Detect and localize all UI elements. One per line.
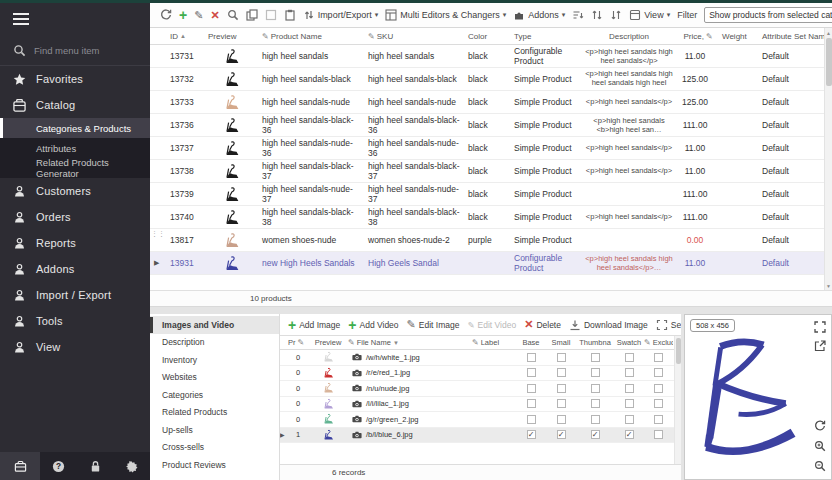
small-checkbox[interactable]	[557, 430, 566, 439]
column-header-description[interactable]: Description	[578, 32, 674, 41]
sidebar-subitem[interactable]: Categories & Products	[0, 118, 150, 138]
menu-toggle-button[interactable]	[0, 0, 150, 38]
product-row[interactable]: ▶ 13739 high heel sandals-nude-37 high h…	[150, 183, 832, 206]
detail-tab[interactable]: Images and Video	[150, 316, 279, 334]
column-header-price[interactable]: Price,✎	[674, 32, 716, 41]
add-image-button[interactable]: +Add Image	[288, 319, 340, 331]
column-header-swatch[interactable]: Swatch	[614, 338, 644, 347]
detail-tab[interactable]: Up-sells	[150, 421, 279, 439]
product-row[interactable]: ▶ 13731 high heel sandals high heel sand…	[150, 45, 832, 68]
small-checkbox[interactable]	[557, 399, 566, 408]
swatch-checkbox[interactable]	[625, 384, 634, 393]
product-row[interactable]: ▶ 13738 high heel sandals-black-37 high …	[150, 160, 832, 183]
detail-tab[interactable]: Product Reviews	[150, 456, 279, 474]
product-row[interactable]: ▶ 13740 high heel sandals-black-38 high …	[150, 206, 832, 229]
sidebar-item[interactable]: Tools	[0, 308, 150, 334]
sidebar-item[interactable]: Customers	[0, 178, 150, 204]
lock-button[interactable]	[77, 460, 114, 473]
sidebar-item-favorites[interactable]: Favorites	[0, 66, 150, 92]
image-row[interactable]: ▶ 0	[280, 381, 681, 397]
view-menu[interactable]: View▾	[629, 9, 670, 21]
thumbna-checkbox[interactable]	[591, 430, 600, 439]
thumbna-checkbox[interactable]	[591, 353, 600, 362]
edit-product-button[interactable]: ✎	[194, 9, 203, 22]
refresh-image-button[interactable]	[813, 419, 826, 432]
column-header-sku[interactable]: ✎SKU	[362, 32, 462, 41]
thumbna-checkbox[interactable]	[591, 415, 600, 424]
search-products-button[interactable]	[227, 9, 239, 21]
exclude-checkbox[interactable]	[654, 353, 663, 362]
expand-rows-button[interactable]	[591, 9, 603, 21]
column-header-attribute-set[interactable]: Attribute Set Name	[756, 32, 832, 41]
multi-editors-menu[interactable]: Multi Editors & Changers▾	[385, 9, 506, 21]
zoom-in-button[interactable]	[813, 439, 826, 452]
sidebar-item[interactable]: Orders	[0, 204, 150, 230]
addons-menu[interactable]: Addons▾	[513, 9, 565, 21]
column-header-file-name[interactable]: ✎File Name▼	[348, 338, 472, 347]
detail-tab[interactable]: Inventory	[150, 351, 279, 369]
thumbna-checkbox[interactable]	[591, 384, 600, 393]
swatch-checkbox[interactable]	[625, 353, 634, 362]
sidebar-item[interactable]: Import / Export	[0, 282, 150, 308]
column-header-id[interactable]: ID▲	[164, 32, 202, 41]
set-resize-rule-button[interactable]: Set Resize Rule	[656, 319, 681, 331]
image-row[interactable]: ▶ 0	[280, 397, 681, 413]
exclude-checkbox[interactable]	[654, 384, 663, 393]
detail-tab[interactable]: Cross-sells	[150, 439, 279, 457]
column-header-weight[interactable]: Weight	[716, 32, 756, 41]
edit-image-button[interactable]: ✎Edit Image	[407, 318, 460, 331]
swatch-checkbox[interactable]	[625, 399, 634, 408]
images-scrollbar[interactable]	[674, 336, 681, 464]
small-checkbox[interactable]	[557, 353, 566, 362]
copy-button[interactable]	[246, 9, 258, 21]
scrollbar-thumb[interactable]	[676, 338, 681, 364]
download-image-button[interactable]: Download Image	[569, 319, 648, 331]
help-button[interactable]: ?	[40, 460, 77, 473]
sidebar-item[interactable]: Addons	[0, 256, 150, 282]
product-row[interactable]: ▶ 13931 new High Heels Sandals High Geel…	[150, 252, 832, 275]
products-scrollbar[interactable]: ▲ ▼	[824, 28, 832, 290]
add-product-button[interactable]: +	[179, 9, 187, 21]
column-header-thumbna[interactable]: Thumbna	[576, 338, 614, 347]
scroll-up-arrow[interactable]: ▲	[825, 28, 832, 37]
collapse-rows-button[interactable]	[610, 9, 622, 21]
base-checkbox[interactable]	[527, 399, 536, 408]
exclude-checkbox[interactable]	[654, 399, 663, 408]
thumbna-checkbox[interactable]	[591, 399, 600, 408]
product-row[interactable]: ▶ 13817 women shoes-nude women shoes-nud…	[150, 229, 832, 252]
store-button[interactable]	[0, 452, 40, 480]
image-row[interactable]: ▶ 0	[280, 366, 681, 382]
sort-az-button[interactable]	[572, 9, 584, 21]
small-checkbox[interactable]	[557, 415, 566, 424]
detail-tab[interactable]: Categories	[150, 386, 279, 404]
swatch-checkbox[interactable]	[625, 430, 634, 439]
product-row[interactable]: ▶ 13733 high heel sandals-nude high heel…	[150, 91, 832, 114]
column-header-exclude[interactable]: ✎Exclude	[644, 338, 673, 347]
product-row[interactable]: ▶ 13732 high heel sandals-black high hee…	[150, 68, 832, 91]
swatch-checkbox[interactable]	[625, 368, 634, 377]
open-external-button[interactable]	[813, 339, 826, 352]
detail-tab[interactable]: Websites	[150, 369, 279, 387]
column-header-color[interactable]: Color	[462, 32, 508, 41]
exclude-checkbox[interactable]	[654, 415, 663, 424]
filter-select[interactable]: Show products from selected categories ▾	[704, 7, 832, 23]
refresh-button[interactable]	[160, 9, 172, 21]
sidebar-search[interactable]	[0, 38, 150, 66]
sidebar-item-catalog[interactable]: Catalog	[0, 92, 150, 118]
product-row[interactable]: ▶ 13736 high heel sandals-black-36 high …	[150, 114, 832, 137]
detail-tab[interactable]: Description	[150, 334, 279, 352]
image-row[interactable]: ▶ 0	[280, 412, 681, 428]
column-header-product-name[interactable]: ✎Product Name	[256, 32, 362, 41]
column-header-pr[interactable]: Pr✎	[288, 338, 308, 347]
small-checkbox[interactable]	[557, 368, 566, 377]
detail-tab[interactable]: Related Products	[150, 404, 279, 422]
column-header-preview[interactable]: Preview	[202, 32, 256, 41]
base-checkbox[interactable]	[527, 415, 536, 424]
image-row[interactable]: ▶ 0	[280, 350, 681, 366]
scrollbar-thumb[interactable]	[826, 38, 832, 86]
base-checkbox[interactable]	[527, 368, 536, 377]
splitter-handle[interactable]: ⋮⋮	[151, 230, 156, 244]
scroll-down-arrow[interactable]: ▼	[825, 281, 832, 290]
settings-button[interactable]	[113, 460, 150, 473]
column-header-small[interactable]: Small	[546, 338, 576, 347]
